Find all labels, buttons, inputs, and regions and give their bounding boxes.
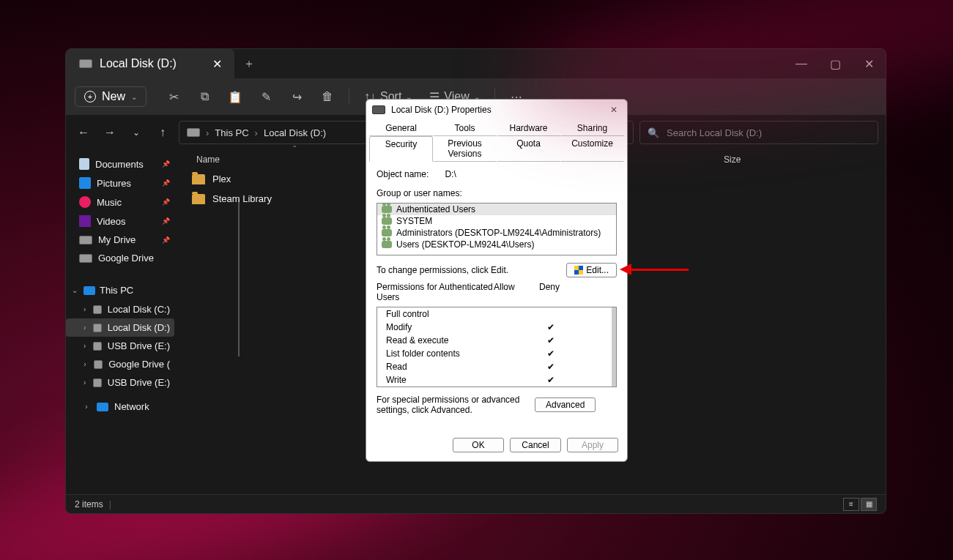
users-icon xyxy=(382,241,392,248)
chevron-right-icon: › xyxy=(82,378,87,387)
dialog-tab[interactable]: Customize xyxy=(560,136,624,162)
sidebar-quick-item[interactable]: My Drive xyxy=(66,231,174,249)
search-icon: 🔍 xyxy=(648,127,659,138)
allow-check: ✔ xyxy=(533,375,569,385)
new-tab-button[interactable]: ＋ xyxy=(234,49,264,78)
sidebar-drive-item[interactable]: ›Google Drive ( xyxy=(66,355,174,373)
monitor-icon xyxy=(84,286,95,295)
dialog-tab[interactable]: Quota xyxy=(497,136,560,162)
window-tab[interactable]: Local Disk (D:) ✕ xyxy=(66,49,234,78)
sidebar-quick-item[interactable]: Google Drive xyxy=(66,249,174,267)
details-view-button[interactable]: ≡ xyxy=(843,498,859,511)
dialog-tab[interactable]: Hardware xyxy=(497,120,560,136)
drive-icon xyxy=(187,128,200,137)
dialog-tab[interactable]: General xyxy=(369,120,433,136)
doc-icon xyxy=(79,158,89,170)
recent-dropdown[interactable]: ⌄ xyxy=(126,127,147,138)
sidebar-drive-item[interactable]: ›USB Drive (E:) xyxy=(66,337,174,355)
window-close-button[interactable]: ✕ xyxy=(852,49,886,78)
permissions-listbox[interactable]: Full controlModify✔Read & execute✔List f… xyxy=(377,307,617,387)
folder-icon xyxy=(192,194,205,204)
cancel-button[interactable]: Cancel xyxy=(510,438,561,452)
titlebar: Local Disk (D:) ✕ ＋ ― ▢ ✕ xyxy=(66,49,886,78)
drive-icon xyxy=(93,324,102,332)
users-icon xyxy=(382,229,392,236)
breadcrumb-leaf[interactable]: Local Disk (D:) xyxy=(264,127,326,138)
user-list-item[interactable]: SYSTEM xyxy=(377,215,616,227)
tab-close-icon[interactable]: ✕ xyxy=(212,57,221,71)
up-button[interactable]: ↑ xyxy=(152,126,173,139)
sidebar-network[interactable]: ›Network xyxy=(66,397,174,416)
dialog-tab[interactable]: Previous Versions xyxy=(433,136,497,162)
dialog-close-button[interactable]: ✕ xyxy=(607,105,621,115)
window-maximize-button[interactable]: ▢ xyxy=(818,49,852,78)
chevron-right-icon: › xyxy=(82,342,87,350)
sidebar-quick-item[interactable]: Music xyxy=(66,193,174,212)
tab-title: Local Disk (D:) xyxy=(100,57,177,70)
drive-icon xyxy=(79,59,92,68)
shield-icon xyxy=(574,266,583,275)
drive-icon xyxy=(93,378,102,387)
new-button[interactable]: + New ⌄ xyxy=(75,86,147,107)
cut-icon[interactable]: ✂ xyxy=(160,90,188,104)
rename-icon[interactable]: ✎ xyxy=(252,90,280,104)
drive-icon xyxy=(372,105,385,114)
dialog-tab[interactable]: Tools xyxy=(433,120,497,136)
permission-row: Full control xyxy=(377,307,616,321)
col-size[interactable]: Size xyxy=(724,154,782,165)
user-list-item[interactable]: Users (DESKTOP-LM924L4\Users) xyxy=(377,239,616,250)
back-button[interactable]: ← xyxy=(73,126,94,139)
permissions-title: Permissions for Authenticated Users xyxy=(377,282,494,302)
sidebar-quick-item[interactable]: Pictures xyxy=(66,173,174,193)
drive-icon xyxy=(93,305,102,314)
sidebar: DocumentsPicturesMusicVideosMy DriveGoog… xyxy=(66,150,174,494)
dialog-title: Local Disk (D:) Properties xyxy=(391,105,601,115)
chevron-right-icon: › xyxy=(82,360,88,368)
scrollbar[interactable] xyxy=(612,307,616,387)
permission-row: Write✔ xyxy=(377,373,616,387)
sort-caret-icon: ⌃ xyxy=(292,144,297,152)
group-names-label: Group or user names: xyxy=(377,188,617,198)
search-input[interactable]: 🔍 Search Local Disk (D:) xyxy=(639,121,878,144)
edit-button[interactable]: Edit... xyxy=(566,263,617,277)
advanced-hint: For special permissions or advanced sett… xyxy=(377,395,530,415)
users-listbox[interactable]: Authenticated UsersSYSTEMAdministrators … xyxy=(377,203,617,255)
paste-icon[interactable]: 📋 xyxy=(221,90,249,104)
share-icon[interactable]: ↪ xyxy=(283,90,311,104)
chevron-right-icon: › xyxy=(82,305,87,313)
change-permissions-hint: To change permissions, click Edit. xyxy=(377,265,562,275)
sidebar-quick-item[interactable]: Videos xyxy=(66,212,174,231)
apply-button[interactable]: Apply xyxy=(567,438,618,452)
ok-button[interactable]: OK xyxy=(453,438,504,452)
sidebar-drive-item[interactable]: ›Local Disk (D:) xyxy=(66,318,174,337)
sidebar-drive-item[interactable]: ›USB Drive (E:) xyxy=(66,373,174,392)
copy-icon[interactable]: ⧉ xyxy=(190,90,218,103)
dialog-tab[interactable]: Sharing xyxy=(560,120,624,136)
drive-icon xyxy=(79,254,92,263)
thumbnails-view-button[interactable]: ▦ xyxy=(861,498,877,511)
col-name[interactable]: Name xyxy=(196,154,328,165)
folder-icon xyxy=(192,174,205,184)
network-icon xyxy=(97,403,108,411)
users-icon xyxy=(382,206,392,213)
delete-icon[interactable]: 🗑 xyxy=(314,90,341,103)
allow-check: ✔ xyxy=(533,335,569,346)
advanced-button[interactable]: Advanced xyxy=(535,397,596,412)
dialog-tab[interactable]: Security xyxy=(369,136,433,162)
window-minimize-button[interactable]: ― xyxy=(785,49,818,78)
video-icon xyxy=(79,215,91,227)
drive-icon xyxy=(94,360,103,369)
sidebar-quick-item[interactable]: Documents xyxy=(66,154,174,173)
allow-header: Allow xyxy=(494,282,515,302)
permission-row: List folder contents✔ xyxy=(377,347,616,360)
user-list-item[interactable]: Administrators (DESKTOP-LM924L4\Administ… xyxy=(377,227,616,239)
forward-button[interactable]: → xyxy=(100,126,120,139)
allow-check: ✔ xyxy=(533,322,569,332)
breadcrumb-root[interactable]: This PC xyxy=(215,127,248,138)
sidebar-drive-item[interactable]: ›Local Disk (C:) xyxy=(66,300,174,318)
sidebar-thispc[interactable]: ⌄This PC xyxy=(66,280,174,300)
chevron-right-icon: › xyxy=(255,127,258,138)
user-list-item[interactable]: Authenticated Users xyxy=(377,204,616,215)
item-count: 2 items xyxy=(75,499,103,509)
permission-row: Read✔ xyxy=(377,360,616,373)
